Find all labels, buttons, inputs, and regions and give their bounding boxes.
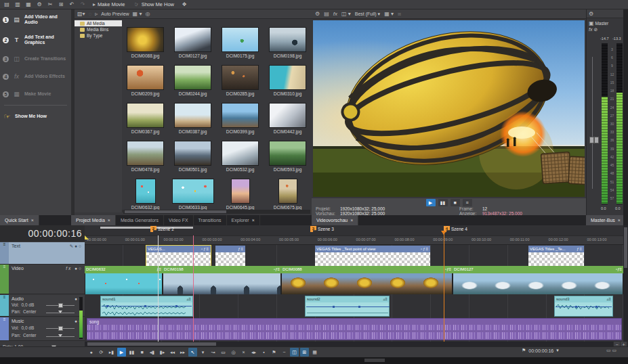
lock-icon[interactable]: ▪ <box>259 348 268 357</box>
views-icon[interactable]: ▦ ▾ <box>133 10 142 18</box>
tab-transitions[interactable]: Transitions <box>194 215 227 225</box>
tab-media-generators[interactable]: Media Generators <box>116 215 164 225</box>
mute-icon[interactable]: ⊘ <box>593 27 598 32</box>
video-track-header[interactable]: ≡ Video fx ●○ <box>0 265 85 294</box>
save-project-icon[interactable]: ▦ <box>24 1 33 9</box>
text-clip[interactable]: VEGAS...▫ƒ≡ <box>146 245 211 267</box>
track-grip[interactable]: ≡ <box>0 265 9 294</box>
pan-slider-handle[interactable] <box>58 334 62 337</box>
clip-header-icons[interactable]: ▵≡ <box>606 296 611 302</box>
preview-quality-dropdown[interactable]: Best (Full) ▾ <box>355 12 380 17</box>
envelope-point[interactable] <box>575 306 577 308</box>
text-clip[interactable]: VEGAS Titles _Te...ƒ≡ <box>528 246 584 266</box>
search-icon[interactable]: ◎ <box>145 10 150 18</box>
media-file[interactable]: DCIM0387.jpg <box>169 96 216 134</box>
media-file[interactable]: DCIM0632.jpg <box>122 172 169 210</box>
envelope-point[interactable] <box>175 305 177 307</box>
volume-slider-handle[interactable] <box>58 326 63 331</box>
go-to-start[interactable]: ◂◂ <box>168 348 177 357</box>
tab-videovorschau[interactable]: Videovorschau× <box>312 215 358 225</box>
preview-menu-button[interactable]: ≡ <box>463 199 472 206</box>
gear-icon[interactable]: ⚙ <box>589 10 593 18</box>
record[interactable]: ● <box>87 348 96 357</box>
close-icon[interactable]: × <box>618 218 621 223</box>
tab-project-media[interactable]: Project Media× <box>71 215 116 225</box>
playhead-handle[interactable] <box>441 231 446 235</box>
preview-play-icon[interactable]: ▹ <box>95 10 98 18</box>
marker-icon[interactable]: ⚑ <box>270 348 278 357</box>
track-icons[interactable]: fx ●○ <box>66 266 83 271</box>
detail-view[interactable]: ▦ <box>310 348 319 357</box>
snapshot-icon[interactable]: ▤ <box>324 10 329 18</box>
previous-frame[interactable]: ◂▮ <box>148 348 156 357</box>
envelope-point[interactable] <box>358 306 360 308</box>
show-me-how-button[interactable]: ☞Show Me How <box>131 1 177 9</box>
clip-header-icons[interactable]: ƒ≡ <box>577 246 583 252</box>
close-icon[interactable]: × <box>252 218 255 223</box>
tree-item-by-type[interactable]: By Type <box>75 32 122 39</box>
media-file[interactable]: DCIM0127.jpg <box>169 20 216 58</box>
go-to-end[interactable]: ▸▸ <box>178 348 187 357</box>
scrollbar-handle[interactable] <box>87 342 216 346</box>
tree-item-media-bins[interactable]: Media Bins <box>75 26 122 32</box>
tab-master-bus[interactable]: Master-Bus× <box>586 215 626 225</box>
play-from-start[interactable]: ▸▮ <box>107 348 116 357</box>
scrollbar-handle[interactable] <box>125 210 226 213</box>
marker-szene-4[interactable]: 4Szene 4 <box>444 226 467 232</box>
trim-tool[interactable]: ◂▸ <box>249 348 258 357</box>
media-file[interactable]: DCIM0367.jpg <box>122 96 169 134</box>
pause[interactable]: ▮▮ <box>127 348 136 357</box>
master-fader-left[interactable] <box>589 137 594 143</box>
delete-button[interactable]: × <box>239 348 248 357</box>
marker-flag[interactable]: 3 <box>310 226 316 232</box>
next-frame[interactable]: ▮▸ <box>158 348 167 357</box>
clip-header-icons[interactable]: ▵≡ <box>383 296 388 302</box>
region-end-line[interactable] <box>193 235 194 342</box>
volume-envelope[interactable] <box>102 306 192 306</box>
media-file[interactable]: DCIM0209.jpg <box>122 58 169 96</box>
close-icon[interactable]: × <box>31 218 34 223</box>
loop-playback[interactable]: ⟳ <box>97 348 106 357</box>
envelope-point[interactable] <box>595 306 598 308</box>
music-track-lane[interactable]: song <box>85 318 623 342</box>
clip-header-icons[interactable]: ▫ƒ≡ <box>616 266 622 273</box>
auto-ripple[interactable]: ◫ <box>290 348 299 357</box>
import-media-icon[interactable]: ▧▾ <box>77 10 85 18</box>
volume-slider-handle[interactable] <box>58 303 63 308</box>
clip-header-icons[interactable]: ▫ƒ≡ <box>274 266 280 273</box>
music-clip[interactable]: song <box>87 318 622 340</box>
clip-header-icons[interactable]: ▫ƒ≡ <box>445 266 451 273</box>
video-clip[interactable]: DCIM0127▫ƒ≡ <box>453 266 623 294</box>
preview-stop-button[interactable]: ■ <box>451 199 460 206</box>
open-project-icon[interactable]: ▥ <box>14 1 22 9</box>
cut-icon[interactable]: ✂ <box>46 1 54 9</box>
preview-pause-button[interactable]: ▮▮ <box>438 199 448 206</box>
interactive-tutorials-icon[interactable]: ❖ <box>180 1 188 9</box>
audio-track-lane[interactable]: sound1▵≡ sound2▵≡ sound3▵≡ <box>85 296 623 317</box>
media-file[interactable]: DCIM0593.jpg <box>264 134 311 172</box>
envelope-point[interactable] <box>144 305 146 307</box>
project-properties-icon[interactable]: ⚙ <box>315 10 320 18</box>
marker-flag[interactable]: 2 <box>150 226 156 232</box>
media-file[interactable]: DCIM0645.jpg <box>217 172 264 210</box>
tool-dropdown[interactable]: ▾ <box>198 348 207 357</box>
undo-icon[interactable]: ↶ <box>68 1 76 9</box>
timeline-ruler[interactable]: 00:00:00:0000:00:01:0000:00:02:0000:00:0… <box>85 235 623 245</box>
close-icon[interactable]: × <box>108 218 110 223</box>
media-file[interactable]: DCIM0088.jpg <box>122 20 169 58</box>
chevron-down-icon[interactable]: ▾ <box>556 348 559 353</box>
redo-icon[interactable]: ↷ <box>79 1 87 9</box>
master-fader-track[interactable] <box>592 57 593 189</box>
marker-szene-3[interactable]: 3Szene 3 <box>310 226 334 232</box>
quickstart-show-me-how[interactable]: ☞ Show Me How <box>0 108 71 125</box>
video-clip[interactable]: DCIM0632ƒ≡ <box>85 266 163 294</box>
split-screen-icon[interactable]: ◫ ▾ <box>341 10 351 18</box>
video-clip[interactable]: DCIM0088▫ƒ≡ <box>281 266 453 294</box>
media-file[interactable]: DCIM0244.jpg <box>169 58 216 96</box>
media-file[interactable]: DCIM0501.jpg <box>169 134 216 172</box>
volume-envelope[interactable] <box>306 306 390 307</box>
text-clip[interactable]: VEGAS Titles _Text point of view▫ƒ≡ <box>315 246 430 266</box>
media-file[interactable]: DCIM0478.jpg <box>122 134 169 172</box>
edit-tool[interactable]: ↖ <box>188 348 197 357</box>
auto-preview-button[interactable]: Auto Preview <box>101 12 129 16</box>
